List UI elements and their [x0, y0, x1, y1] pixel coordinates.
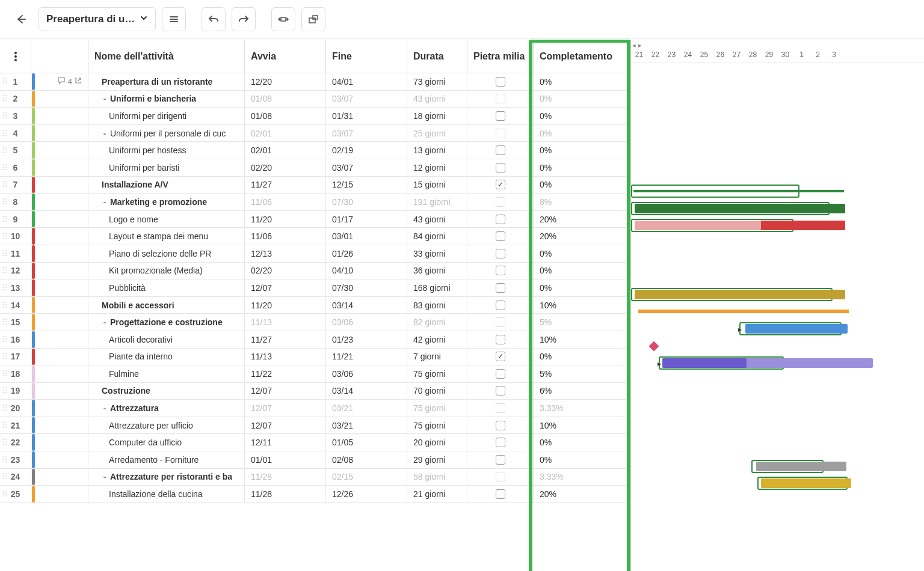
redo-button[interactable]	[232, 7, 256, 31]
chevron-down-icon	[140, 13, 148, 25]
svg-rect-1	[309, 18, 315, 23]
undo-button[interactable]	[202, 7, 226, 31]
fit-width-button[interactable]	[271, 7, 295, 31]
svg-rect-0	[281, 17, 286, 21]
layout-button[interactable]	[301, 7, 325, 31]
toolbar: Preapertura di u…	[0, 0, 924, 39]
project-dropdown[interactable]: Preapertura di u…	[38, 7, 156, 31]
project-title: Preapertura di u…	[46, 13, 135, 25]
back-button[interactable]	[8, 7, 32, 31]
menu-button[interactable]	[162, 7, 186, 31]
